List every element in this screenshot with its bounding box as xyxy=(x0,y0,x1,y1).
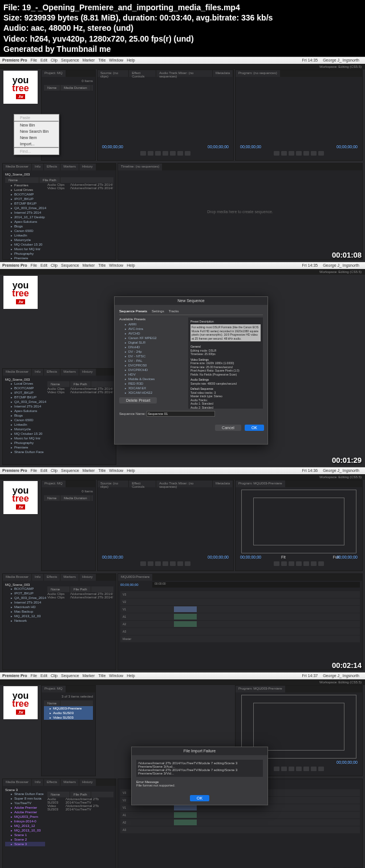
tab-tracks[interactable]: Tracks xyxy=(169,309,179,313)
thumbnail-4: Premiere Pro FileEditClipSequenceMarkerT… xyxy=(0,672,365,868)
media-browser-panel[interactable]: Media BrowserInfoEffectsMarkersHistory M… xyxy=(2,368,116,465)
thumbnail-2: Premiere Pro FileEditClipSequenceMarkerT… xyxy=(0,262,365,467)
menu-import[interactable]: Import... xyxy=(14,141,59,147)
mac-menubar[interactable]: Premiere Pro FileEditClipSequenceMarkerT… xyxy=(0,57,365,64)
project-context-menu[interactable]: Paste New Bin New Search Bin New Item Im… xyxy=(14,114,59,155)
sequence-name-input[interactable] xyxy=(147,411,215,417)
project-item[interactable]: MQU003-Premiere xyxy=(44,706,93,711)
menu-new-search-bin[interactable]: New Search Bin xyxy=(14,128,59,135)
thumbnail-timestamp: 00:01:08 xyxy=(332,251,362,259)
thumbnail-3: Premiere Pro FileEditClipSequenceMarkerT… xyxy=(0,467,365,672)
ok-button[interactable]: OK xyxy=(190,795,209,801)
menu-new-item[interactable]: New Item xyxy=(14,135,59,141)
mac-menubar[interactable]: Premiere Pro FileEditClipSequenceMarkerT… xyxy=(0,673,365,679)
clock: Fri 14:35 xyxy=(302,58,318,62)
mac-menubar[interactable]: Premiere Pro FileEditClipSequenceMarkerT… xyxy=(0,262,365,269)
thumbnail-1: Premiere Pro FileEditClipSequenceMarkerT… xyxy=(0,56,365,262)
menu-paste: Paste xyxy=(14,115,59,121)
app-name: Premiere Pro xyxy=(2,58,27,62)
project-panel[interactable]: Project: MQ 0 Items NameMedia Duration xyxy=(41,480,96,571)
source-panel[interactable]: Source: (no clips)Effect ControlsAudio T… xyxy=(97,70,234,161)
timeline-panel[interactable]: Timeline: (no sequences) Drop media here… xyxy=(117,163,363,260)
menu-new-bin[interactable]: New Bin xyxy=(14,122,59,128)
safe-margins-overlay xyxy=(241,490,356,553)
project-panel[interactable]: Project: MQ 3 of 3 items selected Name M… xyxy=(41,685,96,776)
workspace-bar: Workspace: Editing (CS5.5) xyxy=(0,64,365,70)
media-browser-panel[interactable]: Media BrowserInfoEffectsMarkersHistory M… xyxy=(2,163,116,260)
tab-settings[interactable]: Settings xyxy=(152,309,164,313)
file-metadata-header: File: 19_-_Opening_Premiere_and_importin… xyxy=(0,0,365,56)
media-browser-panel[interactable]: Media BrowserInfoEffectsMarkersHistory S… xyxy=(2,779,116,868)
cancel-button[interactable]: Cancel xyxy=(215,425,241,431)
delete-preset-button[interactable]: Delete Preset xyxy=(119,397,157,404)
file-import-failure-dialog[interactable]: File Import Failure /Volumes/Internal 2T… xyxy=(131,747,268,805)
new-sequence-dialog[interactable]: New Sequence Sequence Presets Settings T… xyxy=(114,296,268,445)
timeline-panel[interactable]: MQU003-Premiere 00;00;00;00 00:00:00 V3 … xyxy=(117,573,363,670)
media-browser-panel[interactable]: Media BrowserInfoEffectsMarkersHistory M… xyxy=(2,573,116,670)
source-panel[interactable]: Source: (no clips)Effect ControlsAudio T… xyxy=(97,480,234,571)
youtree-logo: youtree.tv xyxy=(3,71,38,104)
tab-sequence-presets[interactable]: Sequence Presets xyxy=(119,309,147,313)
menu-find: Find... xyxy=(14,148,59,154)
youtree-logo: youtree.tv xyxy=(3,276,38,309)
mac-menubar[interactable]: Premiere Pro FileEditClipSequenceMarkerT… xyxy=(0,467,365,474)
timeline-drop-hint: Drop media here to create sequence. xyxy=(207,209,273,213)
project-item[interactable]: Video SUS03 xyxy=(44,715,93,720)
program-panel[interactable]: Program: (no sequences) 00;00;00;0000;00… xyxy=(235,70,363,161)
ok-button[interactable]: OK xyxy=(245,425,264,431)
project-item[interactable]: Audio SUS03 xyxy=(44,711,93,715)
transport-controls[interactable] xyxy=(98,151,233,158)
transport-controls[interactable] xyxy=(236,151,362,158)
program-panel[interactable]: Program: MQU003-Premiere 00;00;00;00 Fit… xyxy=(235,480,363,571)
